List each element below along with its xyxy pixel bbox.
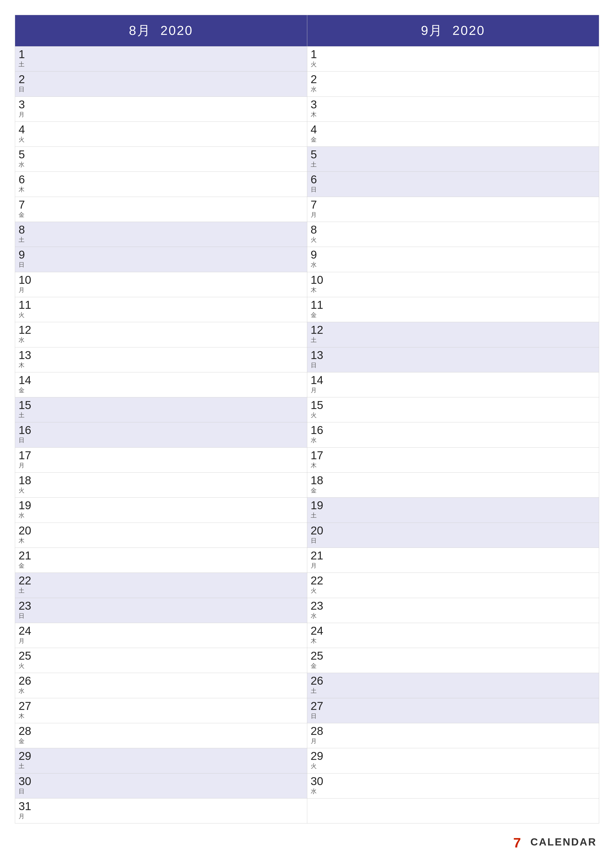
september-day-row: 19 土: [307, 498, 599, 522]
august-day-row: 19 水: [15, 498, 307, 522]
day-number: 24: [311, 625, 323, 636]
day-number: 12: [19, 324, 31, 336]
day-content: [42, 623, 307, 648]
day-content: [42, 598, 307, 623]
august-day-row: 15 土: [15, 397, 307, 422]
august-day-row: 24 月: [15, 623, 307, 648]
day-weekday: 月: [19, 637, 25, 645]
day-weekday: 火: [19, 662, 25, 670]
august-day-row: 6 木: [15, 172, 307, 197]
day-content: [42, 648, 307, 673]
day-weekday: 土: [19, 587, 25, 595]
day-number: 16: [19, 424, 31, 436]
day-weekday: 日: [19, 436, 25, 444]
day-content: [334, 573, 599, 598]
day-number: 18: [311, 474, 323, 486]
day-number-col: 3 月: [15, 97, 42, 121]
day-number-col: 26 水: [15, 673, 42, 698]
day-weekday: 木: [19, 361, 25, 369]
day-number-col: 14 月: [307, 372, 334, 397]
day-number: 21: [19, 550, 31, 561]
day-number-col: 30 日: [15, 773, 42, 798]
day-weekday: 火: [311, 587, 317, 595]
day-number: 27: [19, 700, 31, 711]
day-content: [334, 448, 599, 472]
day-number-col: 28 金: [15, 723, 42, 748]
day-content: [334, 372, 599, 397]
day-weekday: 木: [19, 712, 25, 720]
day-content: [334, 598, 599, 623]
day-number-col: 5 土: [307, 147, 334, 172]
day-number: 13: [19, 349, 31, 361]
august-day-row: 7 金: [15, 197, 307, 222]
day-weekday: 水: [19, 512, 25, 519]
day-content: [334, 798, 599, 823]
day-weekday: 金: [19, 737, 25, 745]
september-day-row: 10 木: [307, 272, 599, 297]
august-day-row: 20 木: [15, 523, 307, 548]
day-number: 24: [19, 625, 31, 636]
day-number: 3: [311, 99, 317, 110]
day-number: 25: [311, 650, 323, 661]
september-day-row: 8 火: [307, 222, 599, 247]
day-number: 18: [19, 474, 31, 486]
september-day-row: 16 水: [307, 422, 599, 447]
august-day-row: 5 水: [15, 147, 307, 172]
day-weekday: 土: [19, 762, 25, 770]
day-content: [42, 422, 307, 447]
day-number-col: 22 土: [15, 573, 42, 598]
day-content: [334, 46, 599, 71]
day-weekday: 水: [19, 687, 25, 695]
day-number: 1: [19, 48, 25, 60]
day-number: 26: [311, 675, 323, 687]
day-number: 23: [311, 600, 323, 611]
day-content: [42, 798, 307, 823]
day-content: [42, 147, 307, 172]
day-weekday: 土: [311, 687, 317, 695]
day-weekday: 日: [19, 85, 25, 93]
day-weekday: 金: [19, 211, 25, 219]
day-weekday: 月: [311, 737, 317, 745]
august-day-row: 4 火: [15, 122, 307, 147]
day-weekday: 日: [19, 612, 25, 620]
august-day-row: 21 金: [15, 548, 307, 573]
day-number: 31: [19, 800, 31, 812]
august-day-row: 13 木: [15, 347, 307, 372]
day-content: [334, 498, 599, 522]
day-weekday: 金: [311, 487, 317, 494]
day-weekday: 水: [19, 161, 25, 169]
day-number-col: 7 月: [307, 197, 334, 222]
day-number-col: 27 日: [307, 698, 334, 723]
day-number: 17: [311, 450, 323, 461]
day-weekday: 日: [311, 361, 317, 369]
september-column: 9月 2020 1 火 2 水 3 木 4: [307, 15, 599, 823]
day-number-col: 29 土: [15, 748, 42, 773]
day-weekday: 火: [19, 136, 25, 144]
day-number: 19: [19, 499, 31, 511]
day-weekday: 土: [311, 336, 317, 344]
august-header: 8月 2020: [15, 15, 307, 46]
september-day-row: 26 土: [307, 673, 599, 698]
day-weekday: 月: [311, 211, 317, 219]
day-content: [334, 548, 599, 573]
day-number: 20: [19, 525, 31, 536]
day-content: [334, 422, 599, 447]
day-number-col: 4 金: [307, 122, 334, 146]
day-content: [334, 473, 599, 498]
day-content: [334, 723, 599, 748]
day-weekday: 金: [19, 386, 25, 394]
day-content: [334, 172, 599, 197]
september-day-row: 23 水: [307, 598, 599, 623]
day-number-col: 11 金: [307, 297, 334, 322]
day-number-col: 28 月: [307, 723, 334, 748]
day-number-col: 13 木: [15, 347, 42, 372]
day-number: 19: [311, 499, 323, 511]
day-number: 28: [311, 725, 323, 736]
day-number: 17: [19, 450, 31, 461]
day-number-col: 30 水: [307, 773, 334, 798]
day-content: [42, 372, 307, 397]
day-number-col: 17 月: [15, 448, 42, 472]
day-number-col: 9 日: [15, 247, 42, 272]
day-number: 16: [311, 424, 323, 436]
september-day-row: 14 月: [307, 372, 599, 397]
